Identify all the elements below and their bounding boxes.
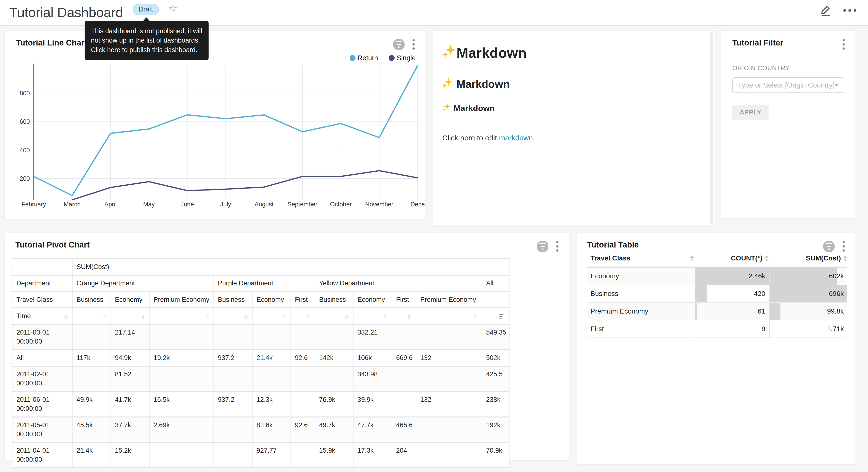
pivot-class-header: First <box>291 292 315 308</box>
sort-icon[interactable]: ↓↑ <box>281 312 286 321</box>
sort-icon[interactable] <box>765 256 769 261</box>
chevron-down-icon <box>834 84 839 87</box>
pivot-table: SUM(Cost)DepartmentOrange DepartmentPurp… <box>12 258 509 468</box>
sort-icon[interactable]: ↓↑ <box>205 312 210 321</box>
markdown-link[interactable]: markdown <box>499 134 533 142</box>
table-row: Premium Economy6199.8k <box>587 302 847 320</box>
page-title: Tutorial Dashboard <box>9 4 123 20</box>
sort-icon[interactable]: ↓↑ <box>473 312 478 321</box>
pivot-cell: ↓↑ <box>416 308 482 324</box>
pivot-value-cell: 16.5k <box>149 391 214 417</box>
data-table-title: Tutorial Table <box>587 240 639 249</box>
x-axis-tick: July <box>220 201 231 208</box>
sort-icon[interactable]: ↓↑ <box>407 312 412 321</box>
pivot-class-header <box>482 292 509 308</box>
pivot-value-cell <box>416 324 482 350</box>
sort-icon[interactable]: ↓ <box>495 312 505 321</box>
sort-icon[interactable] <box>843 256 847 261</box>
pivot-cell: Department <box>12 275 72 292</box>
line-chart: FebruaryMarchAprilMayJuneJulyAugustSepte… <box>5 31 426 219</box>
pivot-value-cell: 47.7k <box>353 417 392 442</box>
edit-pencil-icon[interactable] <box>820 4 832 16</box>
markdown-h2: Markdown <box>442 78 703 91</box>
status-badge[interactable]: Draft <box>133 4 159 15</box>
select-placeholder: Type or Select [Origin Country] <box>738 81 834 89</box>
pivot-row: All117k94.9k19.2k937.221.4k92.6142k106k6… <box>12 350 509 366</box>
table-column-header[interactable]: Travel Class <box>587 254 694 267</box>
sum-cost-cell: 99.8k <box>770 303 847 320</box>
pivot-chart-card: Tutorial Pivot Chart SUM(Cost)Department… <box>4 233 569 461</box>
pivot-value-cell: 204 <box>392 442 416 468</box>
y-axis-tick: 400 <box>20 147 30 154</box>
apply-button[interactable]: APPLY <box>732 105 769 120</box>
filter-icon[interactable] <box>823 241 835 253</box>
pivot-class-header: Business <box>72 292 111 308</box>
pivot-value-cell: 217.14 <box>111 324 149 350</box>
count-cell: 2.46k <box>695 268 769 285</box>
origin-country-select[interactable]: Type or Select [Origin Country] <box>732 77 844 93</box>
pivot-value-cell: 927.77 <box>252 442 291 468</box>
count-cell: 420 <box>695 285 769 302</box>
pivot-value-cell: 142k <box>315 350 353 366</box>
sort-icon[interactable]: ↓↑ <box>140 312 145 321</box>
pivot-value-cell: 12.3k <box>252 391 291 417</box>
sort-icon[interactable]: ↓↑ <box>306 312 311 321</box>
x-axis-tick: September <box>287 201 317 208</box>
pivot-value-cell <box>214 417 252 442</box>
pivot-value-cell <box>252 324 291 350</box>
pivot-class-header: Economy <box>111 292 149 308</box>
sort-icon[interactable]: ↓↑ <box>344 312 349 321</box>
x-axis-tick: March <box>64 201 81 208</box>
ellipsis-menu-icon[interactable] <box>843 5 856 16</box>
filter-icon[interactable] <box>537 241 549 253</box>
x-axis-tick: May <box>143 201 155 208</box>
y-axis-tick: 800 <box>20 90 30 97</box>
star-icon[interactable]: ☆ <box>168 3 178 14</box>
pivot-cell: Travel Class <box>12 292 72 308</box>
pivot-cell: ↓↑ <box>353 308 392 324</box>
pivot-class-header: First <box>392 292 416 308</box>
x-axis-tick: April <box>104 201 117 208</box>
sort-icon[interactable]: ↓↑ <box>63 312 68 321</box>
pivot-group-header: All <box>482 275 509 292</box>
pivot-cell: ↓ <box>482 308 509 324</box>
x-axis-tick: October <box>330 201 352 208</box>
data-table-card: Tutorial Table Travel ClassCOUNT(*)SUM(C… <box>576 233 856 465</box>
markdown-h1: Markdown <box>442 44 703 61</box>
scrollbar[interactable] <box>710 32 713 224</box>
pivot-value-cell: 465.6 <box>392 417 416 442</box>
sort-icon[interactable]: ↓↑ <box>101 312 106 321</box>
pivot-value-cell <box>291 391 315 417</box>
pivot-value-cell: 117k <box>72 350 111 366</box>
sort-icon[interactable]: ↓↑ <box>243 312 248 321</box>
pivot-cell: ↓↑ <box>72 308 111 324</box>
x-axis-tick: Dece <box>410 201 425 208</box>
table-column-header[interactable]: SUM(Cost) <box>769 254 847 267</box>
pivot-value-cell: 343.98 <box>353 366 392 391</box>
pivot-value-cell <box>149 442 214 468</box>
publish-tooltip[interactable]: This dashboard is not published, it will… <box>85 21 209 60</box>
kebab-menu-icon[interactable] <box>555 240 559 253</box>
kebab-menu-icon[interactable] <box>842 38 846 51</box>
markdown-card[interactable]: Markdown Markdown Markdown Click here to… <box>432 31 714 226</box>
pivot-value-cell: 49.7k <box>315 417 353 442</box>
pivot-row-label: 2011-02-01 00:00:00 <box>12 366 72 391</box>
sort-icon[interactable] <box>690 256 694 261</box>
pivot-class-header: Premium Economy <box>149 292 214 308</box>
pivot-value-cell: 92.6 <box>291 417 315 442</box>
sum-cost-cell: 1.71k <box>770 320 847 337</box>
column-label: Travel Class <box>590 254 630 262</box>
pivot-value-cell: 937.2 <box>214 350 252 366</box>
markdown-paragraph: Click here to edit markdown <box>442 134 703 142</box>
pivot-class-header: Economy <box>353 292 392 308</box>
table-column-header[interactable]: COUNT(*) <box>694 254 769 267</box>
pivot-value-cell <box>214 442 252 468</box>
pivot-value-cell: 21.4k <box>72 442 111 468</box>
pivot-value-cell <box>392 366 416 391</box>
pivot-class-header: Business <box>214 292 252 308</box>
travel-class-cell: Economy <box>587 268 694 285</box>
pivot-cell: ↓↑ <box>252 308 291 324</box>
kebab-menu-icon[interactable] <box>842 240 846 253</box>
pivot-value-cell: 669.6 <box>392 350 416 366</box>
sort-icon[interactable]: ↓↑ <box>383 312 388 321</box>
